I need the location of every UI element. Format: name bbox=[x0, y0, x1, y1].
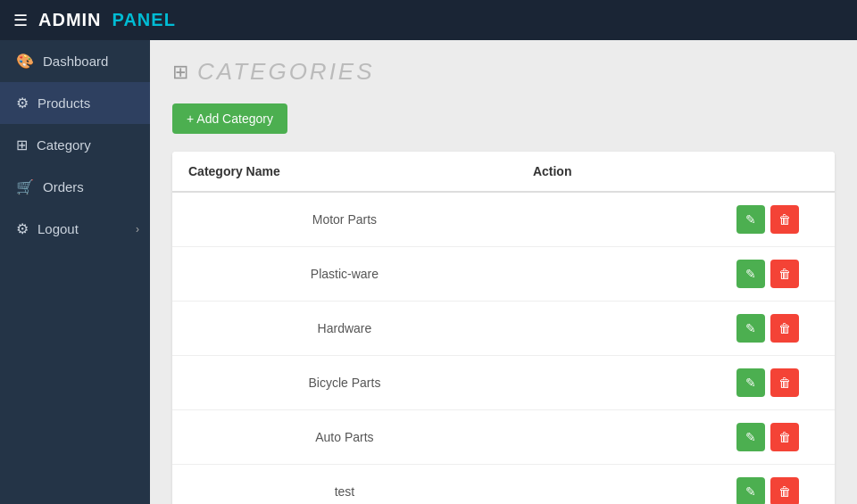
topbar-title-admin: ADMIN bbox=[38, 10, 102, 30]
edit-button[interactable]: ✎ bbox=[736, 205, 765, 234]
category-name-cell: Motor Parts bbox=[172, 192, 517, 247]
logout-icon: ⚙ bbox=[16, 220, 29, 237]
category-name-cell: Hardware bbox=[172, 302, 517, 356]
table-row: Auto Parts✎🗑 bbox=[172, 410, 835, 465]
edit-button[interactable]: ✎ bbox=[736, 368, 765, 397]
delete-button[interactable]: 🗑 bbox=[770, 260, 799, 288]
category-name-cell: Plastic-ware bbox=[172, 247, 517, 302]
sidebar-item-label: Products bbox=[37, 95, 90, 111]
table-row: Bicycle Parts✎🗑 bbox=[172, 356, 835, 410]
layout: 🎨 Dashboard ⚙ Products ⊞ Category 🛒 Orde… bbox=[0, 40, 857, 504]
edit-button[interactable]: ✎ bbox=[736, 477, 765, 504]
main-content: ⊞ CATEGORIES + Add Category Category Nam… bbox=[150, 40, 857, 504]
action-buttons: ✎🗑 bbox=[736, 368, 799, 397]
sidebar-item-label: Orders bbox=[43, 179, 84, 194]
table-row: Hardware✎🗑 bbox=[172, 302, 835, 356]
category-name-cell: test bbox=[172, 465, 517, 505]
dashboard-icon: 🎨 bbox=[16, 53, 34, 70]
delete-button[interactable]: 🗑 bbox=[770, 477, 799, 504]
delete-button[interactable]: 🗑 bbox=[770, 314, 799, 343]
sidebar: 🎨 Dashboard ⚙ Products ⊞ Category 🛒 Orde… bbox=[0, 40, 150, 504]
sidebar-item-category[interactable]: ⊞ Category bbox=[0, 124, 150, 166]
sidebar-item-label: Category bbox=[37, 137, 91, 153]
topbar: ☰ ADMIN PANEL bbox=[0, 0, 857, 40]
action-cell: ✎🗑 bbox=[517, 192, 835, 247]
add-category-button[interactable]: + Add Category bbox=[172, 103, 287, 134]
action-buttons: ✎🗑 bbox=[736, 314, 799, 343]
action-cell: ✎🗑 bbox=[517, 302, 835, 356]
table-header-row: Category Name Action bbox=[172, 152, 835, 192]
action-cell: ✎🗑 bbox=[517, 247, 835, 302]
edit-button[interactable]: ✎ bbox=[736, 314, 765, 343]
edit-button[interactable]: ✎ bbox=[736, 423, 765, 451]
col-header-action: Action bbox=[517, 152, 835, 192]
table-row: Plastic-ware✎🗑 bbox=[172, 247, 835, 302]
action-buttons: ✎🗑 bbox=[736, 260, 799, 288]
sidebar-item-label: Logout bbox=[37, 221, 79, 236]
edit-button[interactable]: ✎ bbox=[736, 260, 765, 288]
delete-button[interactable]: 🗑 bbox=[770, 423, 799, 451]
action-buttons: ✎🗑 bbox=[736, 423, 799, 451]
category-icon: ⊞ bbox=[16, 136, 28, 153]
sidebar-item-products[interactable]: ⚙ Products bbox=[0, 82, 150, 124]
category-name-cell: Auto Parts bbox=[172, 410, 517, 465]
sidebar-item-orders[interactable]: 🛒 Orders bbox=[0, 166, 150, 208]
page-title: CATEGORIES bbox=[197, 58, 375, 86]
page-header: ⊞ CATEGORIES bbox=[172, 58, 835, 86]
table-row: test✎🗑 bbox=[172, 465, 835, 505]
category-name-cell: Bicycle Parts bbox=[172, 356, 517, 410]
action-cell: ✎🗑 bbox=[517, 356, 835, 410]
delete-button[interactable]: 🗑 bbox=[770, 368, 799, 397]
categories-header-icon: ⊞ bbox=[172, 61, 188, 84]
sidebar-item-label: Dashboard bbox=[43, 54, 108, 69]
action-buttons: ✎🗑 bbox=[736, 205, 799, 234]
sidebar-item-logout[interactable]: ⚙ Logout › bbox=[0, 208, 150, 250]
action-cell: ✎🗑 bbox=[517, 410, 835, 465]
sidebar-item-dashboard[interactable]: 🎨 Dashboard bbox=[0, 40, 150, 82]
topbar-title-panel: PANEL bbox=[112, 10, 176, 30]
action-buttons: ✎🗑 bbox=[736, 477, 799, 504]
delete-button[interactable]: 🗑 bbox=[770, 205, 799, 234]
chevron-right-icon: › bbox=[136, 223, 139, 235]
orders-icon: 🛒 bbox=[16, 178, 34, 195]
categories-table: Category Name Action Motor Parts✎🗑Plasti… bbox=[172, 152, 835, 504]
products-icon: ⚙ bbox=[16, 95, 29, 112]
categories-table-container: Category Name Action Motor Parts✎🗑Plasti… bbox=[172, 152, 835, 504]
col-header-name: Category Name bbox=[172, 152, 517, 192]
action-cell: ✎🗑 bbox=[517, 465, 835, 505]
table-row: Motor Parts✎🗑 bbox=[172, 192, 835, 247]
hamburger-icon[interactable]: ☰ bbox=[13, 11, 28, 30]
